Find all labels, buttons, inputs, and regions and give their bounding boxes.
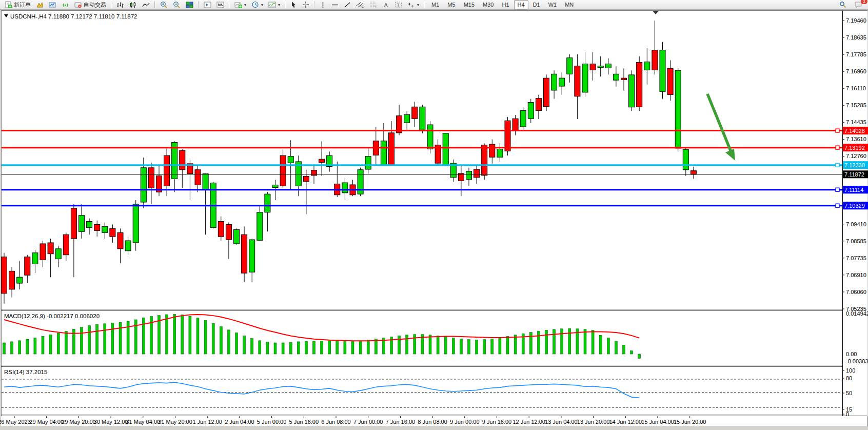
new-order-button[interactable]: 新订单: [2, 0, 33, 10]
chevron-down-icon[interactable]: ▾: [261, 3, 263, 7]
line-handle[interactable]: [836, 146, 839, 149]
line-chart-icon: [142, 2, 150, 8]
price-tick-label: 7.17785: [846, 51, 866, 57]
candle: [389, 133, 394, 165]
chat-icon[interactable]: 1: [852, 0, 865, 10]
periods-button[interactable]: ▾: [249, 0, 266, 10]
line-handle[interactable]: [836, 188, 839, 191]
time-tick-label: 8 Jun 08:00: [418, 419, 447, 425]
candle: [567, 58, 573, 74]
hline-button[interactable]: [329, 0, 341, 10]
cascade-window-button[interactable]: [214, 0, 227, 10]
line-handle[interactable]: [836, 163, 839, 167]
templates-icon: [268, 2, 276, 8]
timeframe-m1-button[interactable]: M1: [428, 0, 443, 10]
candle: [63, 234, 69, 255]
macd-histogram-bar: [406, 335, 408, 354]
candle: [71, 208, 76, 239]
macd-histogram-bar: [483, 340, 486, 354]
time-tick-label: 6 Jun 08:00: [321, 419, 351, 425]
window-bottom-strip: [1, 426, 867, 429]
price-tick-label: 7.16110: [846, 85, 866, 91]
line-chart-button[interactable]: [140, 0, 152, 10]
signal-button[interactable]: [59, 0, 72, 10]
cascade-window-icon: [216, 2, 224, 8]
bar-chart-button[interactable]: [114, 0, 127, 10]
toolbar-separator: [285, 1, 286, 8]
timeframe-h4-button[interactable]: H4: [514, 0, 528, 10]
text-button[interactable]: A: [380, 0, 392, 10]
price-tick-label: 7.19460: [846, 17, 866, 24]
timeframe-mn-button[interactable]: MN: [561, 0, 577, 10]
price-tick-label: 7.16960: [846, 68, 866, 74]
candle: [48, 243, 53, 254]
indicators-button[interactable]: ▾: [232, 0, 249, 10]
line-handle[interactable]: [836, 204, 839, 207]
candle: [242, 234, 247, 273]
cursor-button[interactable]: [288, 0, 300, 10]
zoom-in-button[interactable]: [157, 0, 170, 10]
chevron-down-icon[interactable]: ▾: [244, 3, 246, 7]
zoom-in-icon: [160, 1, 168, 8]
chart-window-icon: [204, 2, 211, 8]
candle: [598, 66, 603, 67]
macd-histogram-bar: [227, 330, 230, 354]
search-icon[interactable]: [837, 0, 849, 10]
candle: [489, 144, 495, 157]
macd-histogram-bar: [127, 321, 129, 354]
zoom-out-button[interactable]: [170, 0, 183, 10]
macd-histogram-bar: [367, 340, 369, 354]
tile-windows-button[interactable]: [183, 0, 196, 10]
macd-histogram-bar: [212, 323, 214, 354]
label-button[interactable]: T: [392, 0, 405, 10]
timeframe-m5-button[interactable]: M5: [444, 0, 459, 10]
macd-histogram-bar: [96, 324, 98, 354]
macd-histogram-bar: [468, 340, 470, 354]
time-tick-label: 13 Jun 04:00: [545, 419, 578, 425]
channel-button[interactable]: E: [353, 0, 367, 10]
fibonacci-button[interactable]: F: [367, 0, 380, 10]
rsi-label: RSI(14) 37.2015: [4, 369, 47, 375]
candle: [605, 64, 611, 68]
price-tick-label: 7.09410: [846, 221, 866, 227]
shapes-button[interactable]: ▾: [405, 0, 422, 10]
vline-button[interactable]: [317, 0, 329, 10]
candle: [575, 66, 580, 96]
auto-trading-button[interactable]: 自动交易: [72, 0, 109, 10]
trendline-button[interactable]: [341, 0, 353, 10]
market-watch-button[interactable]: [46, 0, 59, 10]
toolbar-separator: [314, 1, 315, 8]
timeframe-m30-button[interactable]: M30: [479, 0, 497, 10]
candle: [644, 62, 650, 70]
rsi-axis-label: 80: [846, 375, 852, 381]
crosshair-button[interactable]: [300, 0, 312, 10]
candle: [288, 157, 293, 163]
timeframe-h1-button[interactable]: H1: [498, 0, 512, 10]
timeframe-d1-button[interactable]: D1: [529, 0, 544, 10]
line-handle[interactable]: [836, 129, 839, 132]
svg-text:F: F: [376, 5, 378, 8]
candle: [195, 170, 201, 185]
macd-histogram-bar: [607, 338, 609, 354]
macd-histogram-bar: [398, 336, 401, 354]
macd-histogram-bar: [134, 320, 137, 354]
candle-chart-icon: [129, 2, 137, 8]
candle-chart-button[interactable]: [127, 0, 140, 10]
templates-button[interactable]: ▾: [266, 0, 283, 10]
macd-axis-zero: 0.00: [846, 351, 857, 357]
chart-window-button[interactable]: [201, 0, 214, 10]
macd-histogram-bar: [561, 329, 563, 354]
time-tick-label: 7 Jun 16:00: [386, 419, 416, 425]
chevron-down-icon[interactable]: ▾: [278, 3, 280, 7]
shapes-icon: [407, 2, 415, 8]
profile-button[interactable]: [33, 0, 46, 10]
chevron-down-icon[interactable]: ▾: [417, 3, 419, 7]
timeframe-w1-button[interactable]: W1: [545, 0, 561, 10]
timeframe-m15-button[interactable]: M15: [460, 0, 478, 10]
candle: [675, 70, 681, 148]
trendline-icon: [344, 2, 351, 8]
macd-histogram-bar: [266, 342, 269, 354]
candle: [218, 222, 224, 237]
candle: [365, 157, 371, 169]
macd-histogram-bar: [282, 343, 284, 354]
